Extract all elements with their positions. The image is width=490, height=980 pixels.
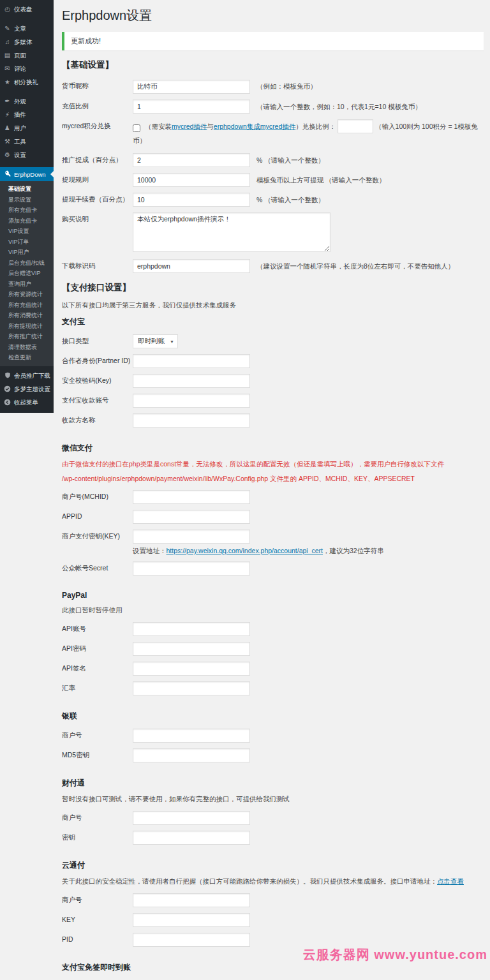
withdraw-fee-input[interactable] [133,193,250,207]
mycred-checkbox[interactable] [133,124,140,132]
unionpay-heading: 银联 [62,711,485,722]
exchange-rate-input[interactable] [133,681,250,695]
submenu-item-display-settings[interactable]: 显示设置 [0,195,54,205]
sidebar-item-dashboard[interactable]: ◴仪表盘 [0,3,54,16]
wechat-appid-input[interactable] [133,510,250,524]
chevron-down-icon: ▼ [170,339,174,344]
sidebar-item-theme-settings[interactable]: 多梦主题设置 [0,382,54,396]
submenu-item-vip-users[interactable]: VIP用户 [0,247,54,258]
submenu-item-promo-stats[interactable]: 所有推广统计 [0,331,54,342]
submenu-item-backend-recharge[interactable]: 后台充值/扣钱 [0,258,54,269]
purchase-note-textarea[interactable]: 本站仅为erphpdown插件演示！ [133,212,330,252]
yuntongfu-apply-link[interactable]: 点击查看 [437,877,464,885]
dashboard-icon: ◴ [4,6,11,13]
tenpay-merchant-input[interactable] [133,811,250,825]
unionpay-merchant-input[interactable] [133,729,250,743]
sidebar-item-tools[interactable]: ⚒工具 [0,135,54,148]
sidebar-item-erphpdown[interactable]: ErphpDown [0,167,54,181]
field-label: 购买说明 [62,212,133,224]
paypal-api-password-input[interactable] [133,642,250,656]
check-circle-icon [4,385,11,392]
form-row: 支付宝收款账号 [62,393,485,408]
submenu-item-vip-settings[interactable]: VIP设置 [0,226,54,237]
appearance-icon: ✒ [4,98,11,105]
sidebar-item-comments[interactable]: ✉评论 [0,62,54,75]
sidebar-item-settings[interactable]: ⚙设置 [0,148,54,161]
tenpay-note: 暂时没有接口可测试，请不要使用，如果你有完整的接口，可提供给我们测试 [62,795,485,804]
pages-icon: ▤ [4,52,11,59]
field-label: 商户号 [62,810,133,822]
unionpay-md5key-input[interactable] [133,748,250,762]
tenpay-heading: 财付通 [62,778,485,789]
sidebar-item-media[interactable]: ♫多媒体 [0,35,54,48]
mycred-plugin-link[interactable]: mycred插件 [172,122,207,130]
sidebar-item-label: ErphpDown [14,171,46,178]
sidebar-item-member-promo-download[interactable]: 会员推广下载 [0,369,54,382]
submenu-item-backend-gift-vip[interactable]: 后台赠送VIP [0,268,54,279]
collapse-menu-icon [4,399,11,406]
submenu-item-query-user[interactable]: 查询用户 [0,279,54,290]
yuntongfu-pid-input[interactable] [133,933,250,947]
sidebar-item-label: 页面 [14,52,26,59]
sidebar-item-users[interactable]: ♟用户 [0,121,54,135]
sidebar-item-label: 会员推广下载 [14,372,50,379]
sidebar-item-posts[interactable]: ✎文章 [0,22,54,35]
sidebar-item-label: 多媒体 [14,38,33,45]
recharge-ratio-input[interactable] [133,100,250,114]
field-hint: （建议设置一个随机字符串，长度为8位左右即可，不要告知他人） [256,262,454,270]
field-label: 接口类型 [62,334,133,346]
paypal-api-account-input[interactable] [133,622,250,636]
sidebar-item-collapse-menu[interactable]: 收起菜单 [0,396,54,409]
wechat-secret-input[interactable] [133,561,250,575]
field-label: API账号 [62,621,133,634]
sidebar-item-appearance[interactable]: ✒外观 [0,94,54,108]
wechat-mchid-input[interactable] [133,490,250,504]
submenu-item-clean-tables[interactable]: 清理数据表 [0,342,54,353]
field-label: 商户号(MCHID) [62,489,133,501]
submenu-item-withdraw-stats[interactable]: 所有提现统计 [0,321,54,332]
submenu-item-add-recharge-card[interactable]: 添加充值卡 [0,216,54,226]
field-hint: （例如：模板兔币） [256,82,317,90]
withdraw-rule-input[interactable] [133,173,250,187]
submenu-item-check-update[interactable]: 检查更新 [0,352,54,363]
field-label: API密码 [62,641,133,653]
submenu-item-basic-settings[interactable]: 基础设置 [0,184,54,195]
alipay-key-input[interactable] [133,374,250,388]
form-row: 货币昵称 （例如：模板兔币） [62,78,485,94]
erphpdown-mycred-plugin-link[interactable]: erphpdown集成mycred插件 [214,122,295,130]
paypal-api-signature-input[interactable] [133,662,250,676]
yuntongfu-note: 关于此接口的安全稳定性，请使用者自行把握（接口方可能跑路给你带来的损失）。我们只… [62,877,485,886]
sidebar-item-label: 外观 [14,98,26,105]
wechat-paykey-input[interactable] [133,530,250,544]
wechat-heading: 微信支付 [62,443,485,454]
wechat-api-cert-link[interactable]: https://pay.weixin.qq.com/index.php/acco… [167,547,323,554]
form-row: 商户号 [62,893,485,907]
sidebar-item-points-gift[interactable]: ★积分换礼 [0,75,54,89]
field-label: 提现手续费（百分点） [62,192,133,204]
submenu-item-all-recharge-cards[interactable]: 所有充值卡 [0,205,54,216]
posts-icon: ✎ [4,26,11,32]
form-row: APPID [62,509,485,524]
sidebar-item-plugins[interactable]: ⚡插件 [0,108,54,121]
submenu-item-consume-stats[interactable]: 所有消费统计 [0,310,54,321]
mycred-ratio-input[interactable] [338,119,373,133]
tenpay-secret-input[interactable] [133,831,250,845]
interface-type-select[interactable]: 即时到账 ▼ [133,334,178,348]
submenu-item-recharge-stats[interactable]: 所有充值统计 [0,300,54,311]
download-code-input[interactable] [133,259,250,273]
sidebar-item-label: 工具 [14,138,26,145]
alipay-payee-input[interactable] [133,413,250,427]
success-notice-text: 更新成功! [71,37,101,45]
sidebar-item-label: 评论 [14,65,26,72]
yuntongfu-key-input[interactable] [133,913,250,927]
alipay-account-input[interactable] [133,394,250,408]
currency-input[interactable] [133,80,250,94]
commission-input[interactable] [133,153,250,167]
field-label: 公众帐号Secret [62,561,133,573]
partner-id-input[interactable] [133,354,250,368]
submenu-item-resource-stats[interactable]: 所有资源统计 [0,289,54,300]
yuntongfu-merchant-input[interactable] [133,893,250,907]
sidebar-separator [0,161,54,167]
sidebar-item-pages[interactable]: ▤页面 [0,48,54,62]
submenu-item-vip-orders[interactable]: VIP订单 [0,237,54,248]
